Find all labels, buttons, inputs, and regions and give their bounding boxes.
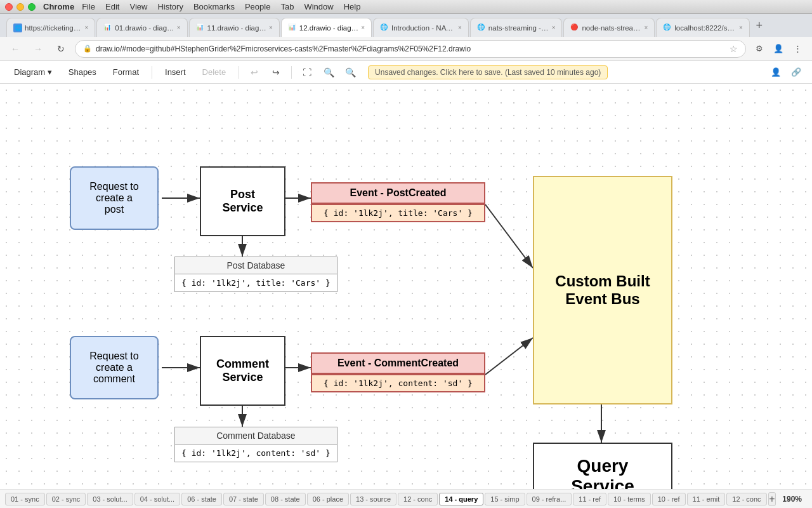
unsaved-badge[interactable]: Unsaved changes. Click here to save. (La… (368, 65, 608, 79)
btab-14-query[interactable]: 14 - query (439, 493, 483, 505)
request-post-label: Request to create a post (89, 181, 138, 215)
btab-03-solut[interactable]: 03 - solut... (87, 493, 133, 505)
comment-service-label: Comment Service (216, 358, 269, 384)
toolbar-separator-3 (291, 66, 292, 79)
profile-icon[interactable]: 👤 (770, 41, 787, 57)
btab-07-state[interactable]: 07 - state (223, 493, 264, 505)
bookmark-icon[interactable]: ☆ (730, 44, 738, 54)
menu-history[interactable]: History (157, 2, 183, 11)
tab-drawio11[interactable]: 📊 11.drawio - diagra... × (189, 18, 280, 37)
reload-button[interactable]: ↻ (52, 40, 70, 58)
btab-12-conc[interactable]: 12 - conc (398, 493, 438, 505)
address-bar: ← → ↻ 🔒 draw.io/#mode=github#HStephenGri… (0, 37, 812, 61)
bottom-tab-bar: 01 - sync 02 - sync 03 - solut... 04 - s… (0, 489, 812, 508)
tab-drawio12[interactable]: 📊 12.drawio - diagra... × (281, 18, 372, 37)
traffic-lights (5, 3, 36, 11)
menu-window[interactable]: Window (304, 2, 333, 11)
event-comment-title: Event - CommentCreated (311, 352, 485, 374)
btab-06-state[interactable]: 06 - state (181, 493, 222, 505)
forward-button[interactable]: → (29, 40, 47, 58)
btab-01-sync[interactable]: 01 - sync (5, 493, 45, 505)
tab-node-nats[interactable]: 🔴 node-nats-streami... × (563, 18, 655, 37)
tab-ticketing[interactable]: 🌐 https://ticketing.dev × (6, 18, 95, 37)
tab-close-node-nats[interactable]: × (644, 24, 648, 31)
btab-11-emit[interactable]: 11 - emit (687, 493, 726, 505)
format-button[interactable]: Format (107, 65, 145, 79)
tab-nats-intro[interactable]: 🌐 Introduction - NATS... × (373, 18, 469, 37)
event-post-container: Event - PostCreated { id: '1lk2j', title… (311, 182, 485, 222)
menu-help[interactable]: Help (344, 2, 361, 11)
post-service-label: Post Service (222, 188, 263, 215)
zoom-out-button[interactable]: 🔍 (320, 64, 337, 81)
title-bar: Chrome File Edit View History Bookmarks … (0, 0, 812, 14)
tab-close-nats-streaming[interactable]: × (552, 24, 556, 31)
post-db-body: { id: '1lk2j', title: 'Cars' } (174, 274, 337, 292)
tab-close-localhost[interactable]: × (739, 24, 743, 31)
btab-08-state[interactable]: 08 - state (265, 493, 306, 505)
tab-close-nats[interactable]: × (458, 24, 462, 31)
back-button[interactable]: ← (6, 40, 24, 58)
tab-localhost[interactable]: 🌐 localhost:8222/stre... × (656, 18, 749, 37)
menu-bookmarks[interactable]: Bookmarks (193, 2, 235, 11)
add-tab-button[interactable]: + (768, 492, 776, 506)
browser-toolbar: ⚙ 👤 ⋮ (751, 41, 806, 57)
event-comment-container: Event - CommentCreated { id: '1lk2j', co… (311, 352, 485, 392)
insert-button[interactable]: Insert (159, 65, 192, 79)
minimize-window-btn[interactable] (16, 3, 24, 11)
svg-line-8 (485, 338, 533, 375)
tab-close-drawio01[interactable]: × (177, 24, 181, 31)
tab-close-drawio12[interactable]: × (361, 24, 365, 31)
toolbar-separator-2 (239, 66, 239, 79)
btab-13-source[interactable]: 13 - source (350, 493, 396, 505)
btab-15-simp[interactable]: 15 - simp (485, 493, 525, 505)
new-tab-button[interactable]: + (751, 17, 768, 34)
tab-drawio01[interactable]: 📊 01.drawio - diagra... × (96, 18, 187, 37)
user-icon[interactable]: 👤 (768, 64, 784, 81)
event-bus-box: Custom Built Event Bus (533, 176, 672, 404)
comment-service-box: Comment Service (200, 336, 285, 406)
btab-04-solut[interactable]: 04 - solut... (134, 493, 180, 505)
btab-10-terms[interactable]: 10 - terms (608, 493, 651, 505)
more-icon[interactable]: ⋮ (789, 41, 806, 57)
menu-people[interactable]: People (245, 2, 270, 11)
btab-11-ref[interactable]: 11 - ref (573, 493, 606, 505)
app-name: Chrome (43, 2, 74, 11)
query-service-label: Query Service (571, 456, 634, 490)
post-service-box: Post Service (200, 166, 285, 236)
btab-06-place[interactable]: 06 - place (307, 493, 349, 505)
close-window-btn[interactable] (5, 3, 13, 11)
menu-edit[interactable]: Edit (105, 2, 119, 11)
address-box[interactable]: 🔒 draw.io/#mode=github#HStephenGrider%2F… (75, 40, 746, 58)
zoom-level: 190% (777, 495, 807, 504)
btab-12-conc2[interactable]: 12 - conc (726, 493, 766, 505)
redo-button[interactable]: ↪ (267, 64, 285, 81)
fit-page-button[interactable]: ⛶ (298, 64, 316, 81)
menu-file[interactable]: File (82, 2, 95, 11)
request-post-box: Request to create a post (70, 166, 159, 230)
diagram-menu-button[interactable]: Diagram (8, 65, 58, 79)
btab-10-ref[interactable]: 10 - ref (652, 493, 686, 505)
btab-09-refra[interactable]: 09 - refra... (527, 493, 572, 505)
zoom-in-button[interactable]: 🔍 (341, 64, 359, 81)
btab-02-sync[interactable]: 02 - sync (46, 493, 86, 505)
drawio-toolbar: Diagram Shapes Format Insert Delete ↩ ↪ … (0, 61, 812, 84)
tab-title-drawio01: 01.drawio - diagra... (115, 24, 174, 32)
tab-title-drawio11: 11.drawio - diagra... (207, 24, 266, 32)
post-db-header: Post Database (174, 257, 337, 274)
menu-view[interactable]: View (129, 2, 147, 11)
extensions-icon[interactable]: ⚙ (751, 41, 768, 57)
tab-close-ticketing[interactable]: × (84, 24, 88, 31)
canvas-area[interactable]: Request to create a post Post Service Po… (0, 84, 812, 489)
share-icon[interactable]: 🔗 (788, 64, 804, 81)
tab-close-drawio11[interactable]: × (269, 24, 273, 31)
tab-title-localhost: localhost:8222/stre... (674, 24, 737, 32)
tab-nats-streaming[interactable]: 🌐 nats-streaming - D... × (470, 18, 563, 37)
tab-favicon-nats-streaming: 🌐 (477, 23, 486, 32)
maximize-window-btn[interactable] (28, 3, 36, 11)
undo-button[interactable]: ↩ (246, 64, 263, 81)
tab-title-node-nats: node-nats-streami... (582, 24, 641, 32)
tab-title-nats-streaming: nats-streaming - D... (488, 24, 549, 32)
menu-tab[interactable]: Tab (280, 2, 294, 11)
shapes-button[interactable]: Shapes (62, 65, 103, 79)
delete-button[interactable]: Delete (196, 65, 233, 79)
